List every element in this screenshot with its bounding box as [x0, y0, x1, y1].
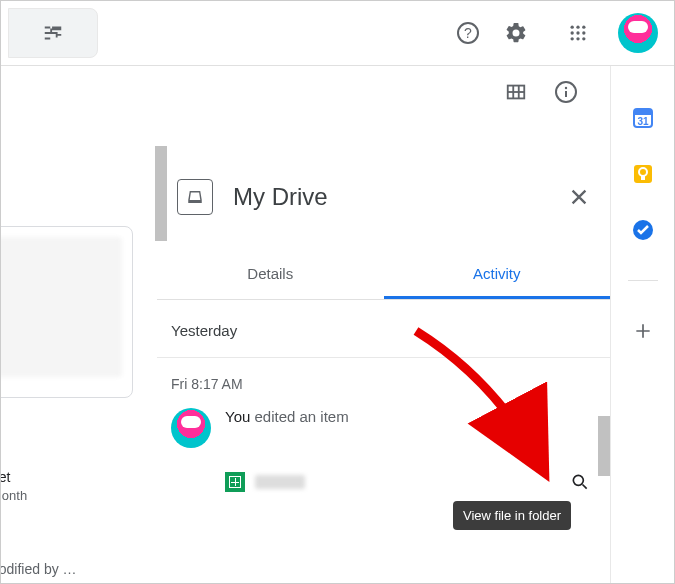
svg-point-2 — [571, 26, 574, 29]
tasks-app-button[interactable] — [631, 218, 655, 242]
svg-point-9 — [576, 37, 579, 40]
svg-point-6 — [576, 31, 579, 34]
file-list-column: eet month nodified by … 2022 — [1, 66, 157, 583]
svg-point-10 — [582, 37, 585, 40]
activity-file-row — [225, 466, 596, 498]
activity-scrollbar[interactable] — [598, 416, 610, 476]
file-subtitle: month — [0, 488, 27, 503]
svg-rect-17 — [565, 91, 567, 97]
svg-text:31: 31 — [637, 116, 649, 127]
activity-timestamp: Fri 8:17 AM — [171, 376, 596, 392]
account-avatar[interactable] — [618, 13, 658, 53]
svg-point-18 — [573, 475, 583, 485]
modified-header: nodified by … — [0, 561, 77, 577]
add-addon-button[interactable] — [631, 319, 655, 343]
activity-section-label: Yesterday — [157, 300, 610, 358]
activity-avatar — [171, 408, 211, 448]
rail-divider — [628, 280, 658, 281]
activity-text: You edited an item — [225, 408, 349, 425]
help-icon: ? — [456, 21, 480, 45]
svg-point-7 — [582, 31, 585, 34]
svg-text:?: ? — [464, 25, 472, 41]
plus-icon — [633, 321, 653, 341]
svg-rect-25 — [641, 176, 645, 180]
activity-item: Fri 8:17 AM You edited an item — [157, 358, 610, 516]
calendar-app-button[interactable]: 31 — [631, 106, 655, 130]
top-bar: ? — [1, 1, 674, 65]
panel-title: My Drive — [233, 183, 568, 211]
keep-icon — [631, 162, 655, 186]
grid-view-button[interactable] — [500, 76, 532, 108]
magnifier-icon — [570, 472, 590, 492]
gear-icon — [504, 21, 528, 45]
file-card[interactable] — [0, 226, 133, 398]
svg-point-4 — [582, 26, 585, 29]
sheets-icon — [225, 472, 245, 492]
file-thumbnail — [0, 237, 122, 377]
file-name: eet — [0, 469, 10, 485]
tab-activity[interactable]: Activity — [384, 251, 611, 299]
grid-view-icon — [505, 81, 527, 103]
sliders-icon — [42, 22, 64, 44]
tooltip: View file in folder — [453, 501, 571, 530]
filter-button[interactable] — [8, 8, 98, 58]
calendar-icon: 31 — [631, 106, 655, 130]
svg-point-5 — [571, 31, 574, 34]
activity-action: edited an item — [254, 408, 348, 425]
view-in-folder-button[interactable] — [564, 466, 596, 498]
info-button[interactable] — [550, 76, 582, 108]
panel-tabs: Details Activity — [157, 251, 610, 300]
help-button[interactable]: ? — [446, 11, 490, 55]
side-rail: 31 — [610, 66, 674, 583]
info-icon — [554, 80, 578, 104]
settings-button[interactable] — [494, 11, 538, 55]
my-drive-icon — [177, 179, 213, 215]
view-toggle-row — [500, 76, 582, 108]
tasks-icon — [631, 218, 655, 242]
details-header: My Drive — [157, 171, 610, 233]
apps-button[interactable] — [556, 11, 600, 55]
keep-app-button[interactable] — [631, 162, 655, 186]
svg-rect-21 — [634, 109, 652, 115]
tab-details[interactable]: Details — [157, 251, 384, 299]
content: eet month nodified by … 2022 My Drive — [1, 66, 674, 583]
close-panel-button[interactable] — [568, 186, 590, 208]
activity-file-name[interactable] — [255, 475, 305, 489]
close-icon — [568, 186, 590, 208]
activity-actor: You — [225, 408, 250, 425]
svg-point-8 — [571, 37, 574, 40]
svg-line-19 — [583, 485, 587, 489]
apps-grid-icon — [568, 23, 588, 43]
svg-point-16 — [565, 87, 567, 89]
svg-point-3 — [576, 26, 579, 29]
top-actions: ? — [446, 11, 658, 55]
